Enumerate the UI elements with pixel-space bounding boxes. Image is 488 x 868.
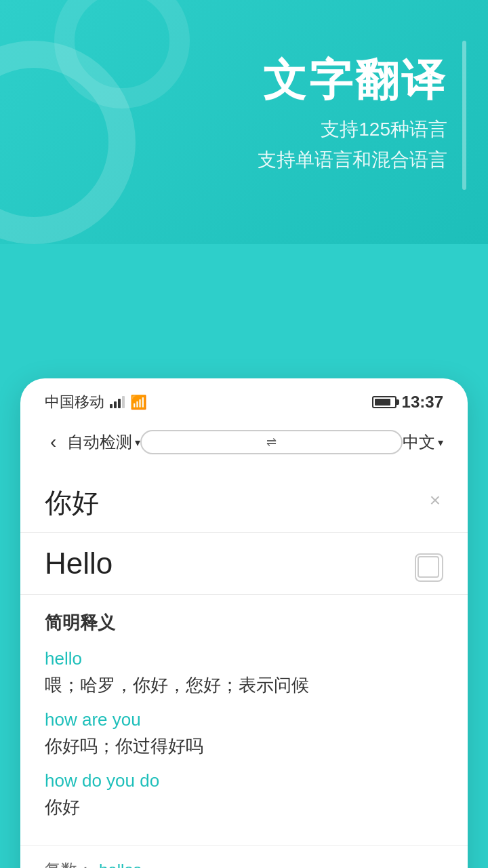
source-lang-selector[interactable]: 自动检测 ▾ (67, 431, 140, 453)
signal-icon (110, 396, 125, 408)
source-lang-arrow: ▾ (135, 436, 140, 449)
time-label: 13:37 (402, 393, 443, 412)
morph-row-0: 复数： hellos (45, 859, 443, 868)
target-lang-selector[interactable]: 中文 ▾ (403, 431, 443, 453)
input-text[interactable]: 你好 (45, 484, 427, 521)
input-section: 你好 × (20, 471, 468, 533)
dict-entry-1: how are you 你好吗；你过得好吗 (45, 709, 443, 758)
dictionary-section: 简明释义 hello 喂；哈罗，你好，您好；表示问候 how are you 你… (20, 595, 468, 845)
result-text: Hello (45, 547, 443, 580)
target-lang-arrow: ▾ (438, 436, 443, 449)
result-section: Hello (20, 533, 468, 595)
dict-entry-2: how do you do 你好 (45, 770, 443, 819)
header-section: 文字翻译 支持125种语言 支持单语言和混合语言 (0, 0, 488, 175)
swap-icon: ⇌ (266, 435, 277, 450)
morph-value-0[interactable]: hellos (99, 861, 142, 868)
dict-def-1: 你好吗；你过得好吗 (45, 734, 443, 758)
dict-entry-0: hello 喂；哈罗，你好，您好；表示问候 (45, 648, 443, 697)
header-subtitle-line2: 支持单语言和混合语言 (0, 145, 447, 176)
copy-icon (420, 558, 439, 577)
dict-def-2: 你好 (45, 795, 443, 819)
battery-icon (372, 396, 396, 408)
dict-def-0: 喂；哈罗，你好，您好；表示问候 (45, 673, 443, 697)
carrier-label: 中国移动 (45, 392, 104, 412)
back-button[interactable]: ‹ (45, 426, 62, 458)
dict-term-1[interactable]: how are you (45, 709, 443, 730)
status-bar: 中国移动 📶 13:37 (20, 378, 468, 419)
nav-bar: ‹ 自动检测 ▾ ⇌ 中文 ▾ (20, 419, 468, 471)
input-row: 你好 × (45, 484, 443, 521)
dictionary-title: 简明释义 (45, 611, 443, 635)
status-left: 中国移动 📶 (45, 392, 147, 412)
morphology-section: 复数： hellos 第三人称单数： helloes 过去式： helloed (20, 845, 468, 868)
source-lang-label: 自动检测 (67, 431, 132, 453)
header-title: 文字翻译 (0, 54, 447, 106)
dict-term-2[interactable]: how do you do (45, 770, 443, 791)
copy-button[interactable] (415, 553, 443, 582)
main-card: 中国移动 📶 13:37 ‹ 自动检测 ▾ ⇌ (20, 378, 468, 868)
morph-label-0: 复数： (45, 859, 94, 868)
swap-button[interactable]: ⇌ (140, 430, 403, 454)
clear-button[interactable]: × (427, 487, 443, 514)
target-lang-label: 中文 (403, 431, 435, 453)
status-right: 13:37 (372, 393, 443, 412)
header-divider (462, 41, 466, 190)
header-subtitle-line1: 支持125种语言 (0, 115, 447, 145)
dict-term-0[interactable]: hello (45, 648, 443, 669)
header-subtitle: 支持125种语言 支持单语言和混合语言 (0, 115, 447, 176)
wifi-icon: 📶 (130, 394, 147, 410)
